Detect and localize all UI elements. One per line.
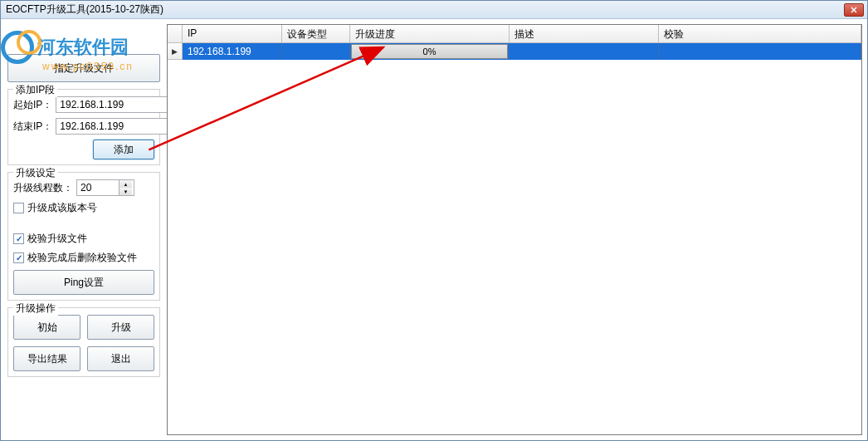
app-window: EOCFTP升级工具(2015-10-27陕西) 河东软件园 www.pc035… bbox=[0, 0, 868, 441]
version-checkbox[interactable] bbox=[13, 203, 24, 213]
ops-legend: 升级操作 bbox=[13, 301, 58, 316]
titlebar: EOCFTP升级工具(2015-10-27陕西) bbox=[1, 1, 867, 19]
end-ip-label: 结束IP： bbox=[13, 120, 52, 134]
close-button[interactable] bbox=[844, 3, 864, 17]
col-header-ip[interactable]: IP bbox=[183, 25, 282, 42]
col-header-desc[interactable]: 描述 bbox=[510, 25, 659, 42]
threads-input[interactable] bbox=[77, 180, 119, 195]
spinner-down-icon[interactable]: ▼ bbox=[119, 188, 132, 195]
cell-progress[interactable]: 0% bbox=[350, 43, 510, 60]
row-indicator-icon: ▶ bbox=[168, 43, 183, 60]
rowhead-corner bbox=[168, 25, 183, 42]
select-file-button[interactable]: 指定升级文件 bbox=[7, 54, 160, 82]
cell-check[interactable] bbox=[659, 43, 861, 60]
settings-legend: 升级设定 bbox=[13, 166, 58, 180]
window-title: EOCFTP升级工具(2015-10-27陕西) bbox=[4, 2, 844, 17]
ip-section: 添加IP段 起始IP： 结束IP： 添加 bbox=[7, 89, 160, 165]
ip-section-legend: 添加IP段 bbox=[13, 83, 57, 97]
table-row[interactable]: ▶ 192.168.1.199 0% bbox=[168, 43, 861, 60]
sidebar: 指定升级文件 添加IP段 起始IP： 结束IP： 添加 升级设定 升级线 bbox=[1, 19, 167, 440]
export-button[interactable]: 导出结果 bbox=[13, 346, 80, 371]
ping-settings-button[interactable]: Ping设置 bbox=[13, 270, 154, 295]
cell-device[interactable] bbox=[282, 43, 350, 60]
settings-section: 升级设定 升级线程数： ▲ ▼ 升级成该版本号 bbox=[7, 172, 160, 301]
progress-bar: 0% bbox=[351, 44, 508, 59]
col-header-device[interactable]: 设备类型 bbox=[282, 25, 350, 42]
threads-spinner[interactable]: ▲ ▼ bbox=[76, 179, 134, 196]
threads-label: 升级线程数： bbox=[13, 181, 73, 195]
ops-section: 升级操作 初始 升级 导出结果 退出 bbox=[7, 307, 160, 377]
cell-ip[interactable]: 192.168.1.199 bbox=[183, 43, 282, 60]
init-button[interactable]: 初始 bbox=[13, 315, 80, 340]
spinner-up-icon[interactable]: ▲ bbox=[119, 180, 132, 188]
upgrade-button[interactable]: 升级 bbox=[87, 315, 154, 340]
verify-checkbox-label: 校验升级文件 bbox=[27, 232, 87, 246]
progress-text: 0% bbox=[423, 47, 436, 56]
delete-checkbox[interactable] bbox=[13, 252, 24, 263]
version-checkbox-label: 升级成该版本号 bbox=[27, 201, 97, 215]
verify-checkbox[interactable] bbox=[13, 233, 24, 244]
table-body[interactable]: ▶ 192.168.1.199 0% bbox=[168, 43, 861, 434]
exit-button[interactable]: 退出 bbox=[87, 346, 154, 371]
add-ip-button[interactable]: 添加 bbox=[93, 140, 154, 159]
delete-checkbox-label: 校验完成后删除校验文件 bbox=[27, 251, 137, 265]
table-header: IP 设备类型 升级进度 描述 校验 bbox=[168, 25, 861, 43]
cell-desc[interactable] bbox=[510, 43, 659, 60]
col-header-check[interactable]: 校验 bbox=[659, 25, 861, 42]
col-header-progress[interactable]: 升级进度 bbox=[350, 25, 510, 42]
main-table-area: IP 设备类型 升级进度 描述 校验 ▶ 192.168.1.199 0% bbox=[167, 24, 862, 435]
start-ip-label: 起始IP： bbox=[13, 98, 52, 112]
